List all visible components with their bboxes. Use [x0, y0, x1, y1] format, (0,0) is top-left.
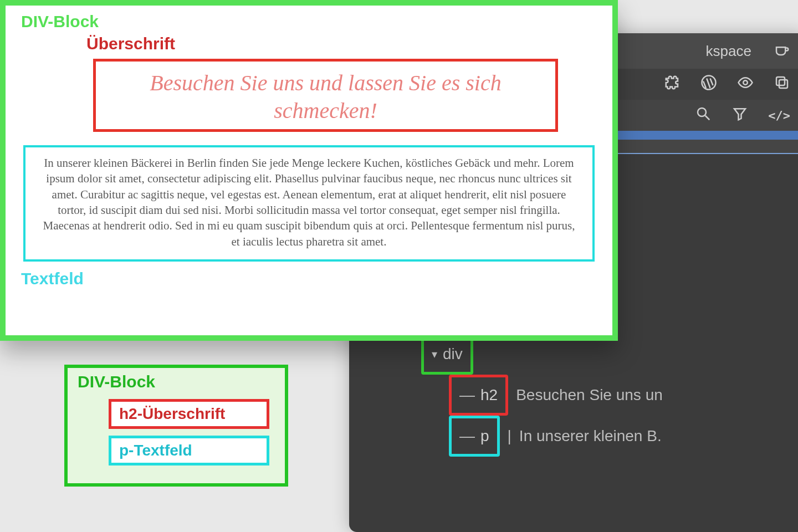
h2-text: Besuchen Sie uns und lassen Sie es sich … [109, 69, 542, 125]
tree-row-p[interactable]: — p | In unserer kleinen B. [366, 416, 787, 457]
h2-preview-box: Besuchen Sie uns und lassen Sie es sich … [93, 59, 558, 132]
label-div-block: DIV-Block [21, 12, 597, 31]
tag-label: div [443, 337, 463, 371]
annotated-div-block: DIV-Block Überschrift Besuchen Sie uns u… [0, 0, 618, 341]
collapse-icon: — [459, 378, 475, 412]
svg-line-5 [705, 116, 710, 120]
tree-text: In unserer kleinen B. [519, 420, 662, 453]
tag-label: p [480, 420, 489, 453]
puzzle-icon[interactable] [664, 74, 681, 94]
collapse-icon: — [459, 420, 475, 453]
chevron-down-icon: ▾ [432, 337, 437, 371]
p-preview-box: In unserer kleinen Bäckerei in Berlin fi… [23, 145, 595, 262]
legend-p-chip: p-Textfeld [109, 436, 269, 466]
coffee-icon[interactable] [774, 41, 790, 62]
legend-schematic: DIV-Block h2-Überschrift p-Textfeld [64, 365, 288, 487]
paragraph-text: In unserer kleinen Bäckerei in Berlin fi… [39, 155, 579, 249]
workspace-label: kspace [706, 43, 751, 60]
tree-row-h2[interactable]: — h2 Besuchen Sie uns un [366, 375, 787, 416]
svg-rect-3 [776, 77, 785, 85]
wordpress-icon[interactable] [700, 74, 717, 94]
copy-icon[interactable] [774, 74, 790, 94]
tree-divider: | [508, 420, 511, 453]
label-heading: Überschrift [86, 34, 597, 53]
eye-icon[interactable] [737, 74, 754, 94]
label-textfield: Textfeld [21, 269, 597, 288]
search-icon[interactable] [695, 105, 712, 125]
tag-label: h2 [480, 378, 498, 412]
legend-div-label: DIV-Block [78, 372, 275, 391]
tree-text: Besuchen Sie uns un [516, 378, 663, 412]
filter-icon[interactable] [732, 105, 748, 125]
svg-point-1 [743, 80, 748, 85]
code-icon[interactable]: </> [768, 109, 790, 122]
svg-rect-2 [779, 80, 787, 88]
svg-point-4 [698, 108, 706, 116]
legend-h2-chip: h2-Überschrift [109, 399, 269, 429]
